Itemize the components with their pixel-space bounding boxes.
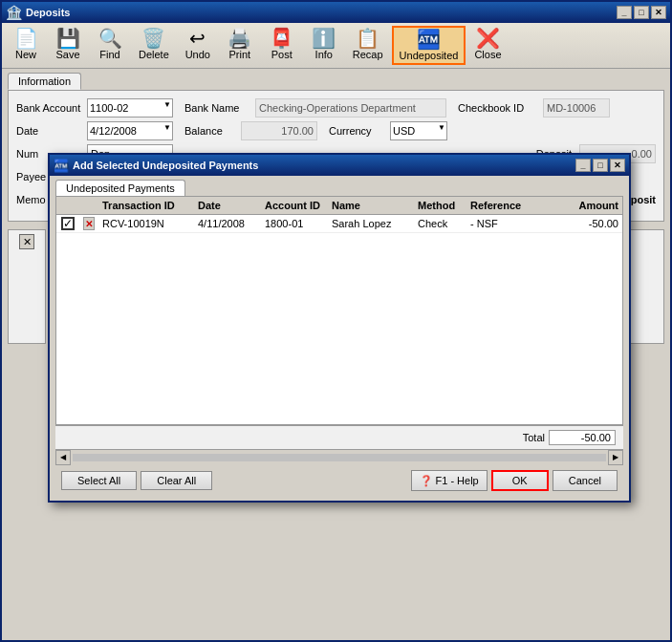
checkbook-id-value: MD-10006 — [543, 98, 610, 118]
modal-tab-bar: Undeposited Payments — [55, 180, 623, 196]
close-window-button[interactable]: ✕ — [651, 6, 666, 19]
currency-label: Currency — [329, 125, 386, 137]
toolbar-post-button[interactable]: 📮 Post — [262, 26, 302, 65]
row-transaction-id: RCV-10019N — [98, 216, 194, 231]
modal-minimize-button[interactable]: _ — [575, 159, 591, 172]
total-value: -50.00 — [549, 430, 616, 445]
toolbar-new-button[interactable]: 📄 New — [6, 26, 46, 65]
toolbar-undo-button[interactable]: ↩ Undo — [178, 26, 218, 65]
toolbar-print-button[interactable]: 🖨️ Print — [220, 26, 260, 65]
cancel-button[interactable]: Cancel — [553, 470, 618, 491]
window-controls: _ □ ✕ — [617, 6, 666, 19]
bank-account-select[interactable]: 1100-02 — [87, 98, 173, 118]
modal-title-bar: 🏧 Add Selected Undeposited Payments _ □ … — [50, 155, 629, 176]
table-empty-area — [56, 233, 622, 405]
bank-account-label: Bank Account — [16, 102, 83, 114]
find-icon: 🔍 — [98, 29, 122, 48]
row-amount: -50.00 — [560, 216, 622, 231]
toolbar-close-icon: ❌ — [476, 29, 500, 48]
toolbar-delete-button[interactable]: 🗑️ Delete — [132, 26, 176, 65]
bank-name-label: Bank Name — [184, 102, 251, 114]
header-reference: Reference — [466, 199, 524, 212]
currency-select[interactable]: USD — [390, 121, 447, 140]
tab-information[interactable]: Information — [8, 73, 81, 90]
bank-name-value: Checking-Operations Department — [255, 98, 446, 118]
row-name: Sarah Lopez — [328, 216, 414, 231]
toolbar-find-button[interactable]: 🔍 Find — [90, 26, 130, 65]
modal-title: Add Selected Undeposited Payments — [73, 160, 258, 171]
ok-button[interactable]: OK — [491, 470, 549, 491]
toolbar-recap-button[interactable]: 📋 Recap — [346, 26, 390, 65]
scroll-right-button[interactable]: ▶ — [608, 450, 623, 465]
header-amount: Amount — [560, 199, 622, 212]
accounts-panel: ✕ — [8, 229, 46, 344]
bank-row: Bank Account 1100-02 Bank Name Checking-… — [16, 98, 656, 118]
toolbar: 📄 New 💾 Save 🔍 Find 🗑️ Delete ↩ Undo 🖨️ … — [2, 23, 670, 69]
header-date: Date — [194, 199, 261, 212]
recap-icon: 📋 — [356, 29, 379, 48]
toolbar-save-label: Save — [55, 49, 79, 60]
modal-close-button[interactable]: ✕ — [610, 159, 625, 172]
toolbar-print-label: Print — [228, 49, 250, 60]
minimize-button[interactable]: _ — [617, 6, 632, 19]
date-select-wrap: 4/12/2008 — [87, 121, 173, 140]
date-select[interactable]: 4/12/2008 — [87, 121, 173, 140]
modal-dialog: 🏧 Add Selected Undeposited Payments _ □ … — [48, 153, 631, 503]
modal-table-area: Transaction ID Date Account ID Name Meth… — [55, 196, 623, 425]
select-all-button[interactable]: Select All — [61, 471, 137, 490]
delete-icon: 🗑️ — [141, 29, 165, 48]
info-icon: ℹ️ — [312, 29, 336, 48]
currency-select-wrap: USD — [390, 121, 447, 140]
header-account-id: Account ID — [261, 199, 328, 212]
toolbar-close-button[interactable]: ❌ Close — [467, 26, 508, 65]
help-button[interactable]: ❓ F1 - Help — [411, 470, 488, 491]
maximize-button[interactable]: □ — [634, 6, 649, 19]
post-icon: 📮 — [270, 29, 293, 48]
header-check — [56, 199, 79, 212]
modal-footer: Select All Clear All ❓ F1 - Help OK Canc… — [55, 464, 623, 497]
scroll-left-button[interactable]: ◀ — [55, 450, 71, 465]
scroll-track[interactable] — [73, 454, 606, 461]
header-x — [79, 199, 98, 212]
toolbar-undeposited-button[interactable]: 🏧 Undeposited — [392, 26, 466, 65]
accounts-close-button[interactable]: ✕ — [19, 234, 34, 249]
row-account-id: 1800-01 — [261, 216, 328, 231]
toolbar-save-button[interactable]: 💾 Save — [48, 26, 88, 65]
toolbar-info-label: Info — [315, 49, 333, 60]
table-row: ✓ ✕ RCV-10019N 4/11/2008 1800-01 Sarah L… — [56, 215, 622, 233]
header-transaction-id: Transaction ID — [98, 199, 194, 212]
date-label: Date — [16, 125, 83, 137]
date-balance-row: Date 4/12/2008 Balance 170.00 Currency U… — [16, 121, 656, 140]
modal-content: Undeposited Payments Transaction ID Date… — [50, 176, 629, 501]
undo-icon: ↩ — [189, 29, 206, 48]
horizontal-scrollbar[interactable]: ◀ ▶ — [55, 449, 623, 464]
toolbar-undo-label: Undo — [185, 49, 210, 60]
table-header: Transaction ID Date Account ID Name Meth… — [56, 197, 622, 215]
new-icon: 📄 — [14, 29, 38, 48]
modal-title-icon: 🏧 — [54, 159, 69, 173]
toolbar-post-label: Post — [271, 49, 293, 60]
toolbar-new-label: New — [15, 49, 36, 60]
tab-bar: Information — [8, 73, 664, 90]
checkbook-id-label: Checkbook ID — [458, 102, 539, 114]
footer-right: ❓ F1 - Help OK Cancel — [411, 470, 618, 491]
toolbar-info-button[interactable]: ℹ️ Info — [304, 26, 344, 65]
main-window: 🏦 Deposits _ □ ✕ 📄 New 💾 Save 🔍 Find 🗑️ … — [0, 0, 672, 642]
row-checkbox[interactable]: ✓ — [56, 215, 79, 232]
toolbar-recap-label: Recap — [353, 49, 383, 60]
toolbar-close-label: Close — [474, 49, 501, 60]
tab-undeposited-payments[interactable]: Undeposited Payments — [55, 180, 185, 196]
header-name: Name — [328, 199, 414, 212]
window-title: Deposits — [26, 7, 70, 18]
help-icon: ❓ — [420, 475, 433, 487]
toolbar-delete-label: Delete — [139, 49, 169, 60]
x-icon: ✕ — [23, 236, 32, 248]
modal-controls: _ □ ✕ — [575, 159, 625, 172]
clear-all-button[interactable]: Clear All — [141, 471, 212, 490]
row-x-button[interactable]: ✕ — [79, 215, 98, 232]
row-reference: - NSF — [466, 216, 524, 231]
balance-label: Balance — [184, 125, 237, 137]
toolbar-undeposited-label: Undeposited — [400, 50, 459, 61]
modal-maximize-button[interactable]: □ — [593, 159, 608, 172]
save-icon: 💾 — [56, 29, 80, 48]
